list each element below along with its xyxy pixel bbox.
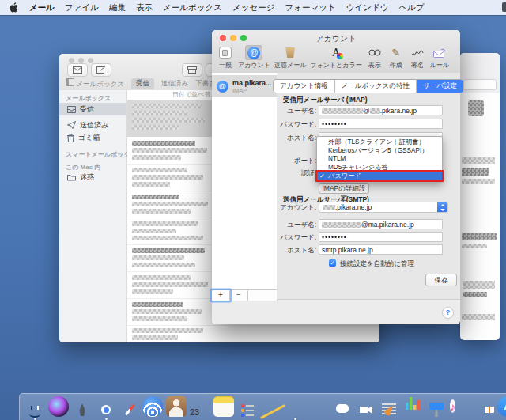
- tab-server-settings[interactable]: サーバ設定: [417, 80, 463, 93]
- menu-mailbox[interactable]: メールボックス: [163, 2, 222, 13]
- accounts-titlebar: アカウント 一般 @ アカウント 迷惑メール A フォントとカラー: [212, 30, 460, 74]
- menu-item-ntlm[interactable]: NTLM: [317, 155, 442, 164]
- redacted-text: [463, 281, 495, 289]
- mailboxes-toggle[interactable]: メールボックス: [66, 78, 124, 89]
- sidebar-item-junk[interactable]: 迷惑: [59, 171, 126, 184]
- address-field[interactable]: [463, 79, 497, 90]
- smtp-user-label: ユーザ名:: [277, 221, 316, 230]
- dock-itunes-icon[interactable]: ♪: [450, 399, 455, 413]
- message-row[interactable]: [127, 325, 380, 342]
- add-account-button[interactable]: +: [212, 290, 230, 301]
- tab-bar: アカウント情報 メールボックスの特性 サーバ設定: [273, 79, 464, 93]
- status-icon-sliver[interactable]: [502, 2, 506, 12]
- menu-format[interactable]: フォーマット: [285, 2, 335, 13]
- imap-advanced-button[interactable]: IMAPの詳細設定: [319, 183, 369, 194]
- account-list-footer: + −: [212, 289, 277, 301]
- help-button[interactable]: ?: [442, 307, 454, 319]
- fonts-colors-icon: A: [330, 47, 342, 59]
- menu-bar: メール ファイル 編集 表示 メールボックス メッセージ フォーマット ウインド…: [0, 0, 506, 15]
- smtp-account-select[interactable]: .pikara.ne.jp: [319, 202, 448, 213]
- redacted-text: [322, 108, 363, 114]
- imap-auth-label: 認証:: [277, 169, 316, 179]
- accounts-at-icon: @: [247, 47, 260, 59]
- dock-airport-utility-icon[interactable]: [142, 396, 163, 417]
- toolbar-junk[interactable]: 迷惑メール: [274, 45, 306, 70]
- menu-item-external-tls[interactable]: 外部（TLSクライアント証明書）: [317, 138, 442, 147]
- redacted-image: [468, 100, 484, 116]
- imap-port-label: ポート:: [277, 157, 316, 166]
- toolbar-signatures[interactable]: 署名: [409, 45, 426, 70]
- toolbar-composing[interactable]: ✎ 作成: [387, 45, 405, 70]
- sidebar-header-smart-mailboxes: スマートメールボックス: [66, 150, 137, 159]
- get-mail-button[interactable]: [67, 63, 88, 77]
- dock-notes-icon[interactable]: [213, 396, 234, 417]
- redacted-text: [462, 244, 487, 248]
- accounts-content: @ ma.pikara... IMAP + − アカウント情報 メールボックスの…: [212, 73, 460, 324]
- menu-edit[interactable]: 編集: [109, 2, 126, 13]
- dock-contacts-icon[interactable]: [166, 396, 187, 417]
- compose-button[interactable]: [91, 63, 111, 77]
- smtp-password-field[interactable]: ••••••••: [319, 232, 443, 242]
- junk-basket-icon: [285, 47, 296, 58]
- redacted-text: [462, 314, 495, 320]
- mail-sidebar: メールボックス 受信 送信済み ゴミ箱 スマートメールボックス この Mac 内: [59, 90, 127, 342]
- favorite-sent[interactable]: 送信済み: [161, 79, 188, 89]
- redacted-text: [462, 179, 495, 184]
- menu-window[interactable]: ウインドウ: [346, 2, 389, 13]
- sidebar-item-sent[interactable]: 送信済み: [59, 119, 126, 131]
- remove-account-button[interactable]: −: [230, 290, 248, 301]
- account-list: @ ma.pikara... IMAP + −: [212, 73, 278, 301]
- menu-view[interactable]: 表示: [136, 2, 153, 13]
- toolbar-viewing[interactable]: 表示: [366, 45, 383, 70]
- sidebar-toggle-icon: [66, 78, 74, 86]
- account-list-item[interactable]: @ ma.pikara... IMAP: [212, 75, 277, 97]
- toolbar-rules[interactable]: ルール: [430, 45, 449, 70]
- preferences-toolbar: 一般 @ アカウント 迷惑メール A フォントとカラー: [217, 45, 449, 70]
- toolbar-fonts-colors[interactable]: A フォントとカラー: [310, 45, 361, 70]
- smtp-account-label: アカウント:: [277, 203, 316, 213]
- toolbar-accounts[interactable]: @ アカウント: [238, 45, 270, 70]
- rules-envelope-icon: [431, 45, 448, 60]
- apple-menu-icon[interactable]: [10, 2, 19, 13]
- imap-host-label: ホスト名:: [277, 134, 316, 143]
- account-at-icon: @: [217, 81, 228, 93]
- tab-account-info[interactable]: アカウント情報: [274, 80, 335, 93]
- dock: 23 ♪ A: [19, 393, 506, 420]
- redacted-text: [462, 233, 497, 240]
- music-note-icon: ♪: [450, 400, 455, 413]
- dock-siri-icon[interactable]: [48, 396, 69, 417]
- menu-message[interactable]: メッセージ: [232, 2, 274, 13]
- imap-user-field[interactable]: @.pikara.ne.jp: [319, 105, 443, 115]
- menu-item-kerberos[interactable]: Kerberosバージョン5（GSSAPI）: [317, 147, 442, 156]
- smtp-user-field[interactable]: @ma.pikara.ne.jp: [319, 219, 443, 229]
- imap-password-label: パスワード:: [277, 120, 316, 130]
- smtp-password-label: パスワード:: [277, 233, 316, 243]
- menu-mail[interactable]: メール: [29, 2, 55, 13]
- browser-window: [460, 53, 500, 340]
- redacted-text: [370, 108, 380, 114]
- glasses-icon: [366, 45, 383, 60]
- menu-item-md5[interactable]: MD5チャレンジ応答: [317, 164, 442, 172]
- imap-password-field[interactable]: ••••••••: [319, 119, 443, 129]
- smtp-host-field[interactable]: smtp.pikara.ne.jp: [319, 244, 443, 255]
- menu-item-password[interactable]: ✓ パスワード: [317, 172, 442, 180]
- folder-icon: [67, 174, 76, 181]
- desktop: メール ファイル 編集 表示 メールボックス メッセージ フォーマット ウインド…: [0, 0, 506, 420]
- minimize-button[interactable]: [78, 58, 84, 63]
- save-button[interactable]: 保存: [425, 274, 457, 286]
- close-button[interactable]: [69, 58, 74, 63]
- redacted-text: [463, 292, 487, 297]
- favorite-inbox[interactable]: 受信: [131, 78, 154, 89]
- auto-manage-checkbox[interactable]: ✓: [329, 259, 336, 267]
- sidebar-item-trash[interactable]: ゴミ箱: [59, 131, 126, 144]
- stepper-arrows-icon: [437, 202, 447, 213]
- tab-mailbox-behaviors[interactable]: メールボックスの特性: [335, 80, 417, 93]
- zoom-button[interactable]: [88, 58, 93, 63]
- server-settings-pane: アカウント情報 メールボックスの特性 サーバ設定 受信用メールサーバ (IMAP…: [277, 73, 460, 300]
- toolbar-general[interactable]: 一般: [217, 45, 234, 70]
- menu-help[interactable]: ヘルプ: [398, 2, 424, 13]
- menu-file[interactable]: ファイル: [65, 2, 99, 13]
- dock-app-store-icon[interactable]: A: [497, 396, 506, 417]
- archive-button[interactable]: [182, 63, 202, 77]
- sidebar-item-inbox[interactable]: 受信: [59, 103, 126, 115]
